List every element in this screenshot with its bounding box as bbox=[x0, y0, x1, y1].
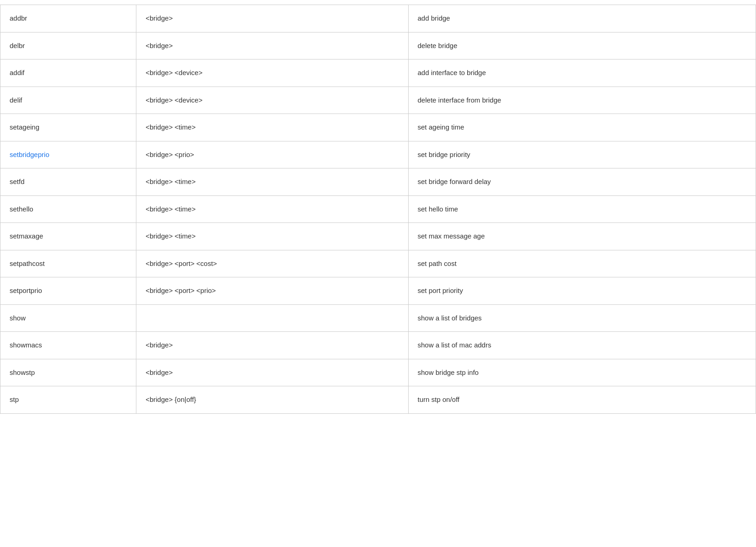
command-cell: setpathcost bbox=[0, 250, 136, 277]
command-table: addbr<bridge>add bridgedelbr<bridge>dele… bbox=[0, 5, 756, 414]
table-row: showshow a list of bridges bbox=[0, 304, 756, 332]
args-cell bbox=[136, 304, 408, 332]
command-cell: showstp bbox=[0, 359, 136, 386]
command-cell: setportprio bbox=[0, 277, 136, 305]
main-container: addbr<bridge>add bridgedelbr<bridge>dele… bbox=[0, 0, 756, 547]
table-row: showstp<bridge>show bridge stp info bbox=[0, 359, 756, 386]
args-cell: <bridge> <port> <prio> bbox=[136, 277, 408, 305]
description-cell: set port priority bbox=[408, 277, 756, 305]
description-cell: set path cost bbox=[408, 250, 756, 277]
table-row: setbridgeprio<bridge> <prio>set bridge p… bbox=[0, 141, 756, 168]
table-row: stp<bridge> {on|off}turn stp on/off bbox=[0, 386, 756, 414]
command-cell: delbr bbox=[0, 32, 136, 60]
table-row: setageing<bridge> <time>set ageing time bbox=[0, 114, 756, 141]
command-cell: stp bbox=[0, 386, 136, 414]
command-cell: show bbox=[0, 304, 136, 332]
table-row: sethello<bridge> <time>set hello time bbox=[0, 195, 756, 223]
table-row: setportprio<bridge> <port> <prio>set por… bbox=[0, 277, 756, 305]
table-row: addif<bridge> <device>add interface to b… bbox=[0, 60, 756, 87]
table-row: setfd<bridge> <time>set bridge forward d… bbox=[0, 168, 756, 196]
description-cell: set bridge priority bbox=[408, 141, 756, 168]
args-cell: <bridge> <device> bbox=[136, 87, 408, 114]
args-cell: <bridge> <time> bbox=[136, 168, 408, 196]
command-cell: delif bbox=[0, 87, 136, 114]
args-cell: <bridge> bbox=[136, 32, 408, 60]
args-cell: <bridge> bbox=[136, 332, 408, 359]
description-cell: show a list of bridges bbox=[408, 304, 756, 332]
args-cell: <bridge> <port> <cost> bbox=[136, 250, 408, 277]
table-row: setmaxage<bridge> <time>set max message … bbox=[0, 223, 756, 250]
description-cell: add interface to bridge bbox=[408, 60, 756, 87]
command-cell: addif bbox=[0, 60, 136, 87]
description-cell: delete interface from bridge bbox=[408, 87, 756, 114]
description-cell: set hello time bbox=[408, 195, 756, 223]
args-cell: <bridge> {on|off} bbox=[136, 386, 408, 414]
args-cell: <bridge> bbox=[136, 359, 408, 386]
table-row: delbr<bridge>delete bridge bbox=[0, 32, 756, 60]
description-cell: set bridge forward delay bbox=[408, 168, 756, 196]
table-row: delif<bridge> <device>delete interface f… bbox=[0, 87, 756, 114]
command-cell: sethello bbox=[0, 195, 136, 223]
description-cell: delete bridge bbox=[408, 32, 756, 60]
command-cell: addbr bbox=[0, 5, 136, 32]
command-cell: setmaxage bbox=[0, 223, 136, 250]
args-cell: <bridge> <time> bbox=[136, 223, 408, 250]
table-row: setpathcost<bridge> <port> <cost>set pat… bbox=[0, 250, 756, 277]
description-cell: show bridge stp info bbox=[408, 359, 756, 386]
table-row: showmacs<bridge>show a list of mac addrs bbox=[0, 332, 756, 359]
description-cell: add bridge bbox=[408, 5, 756, 32]
command-cell: showmacs bbox=[0, 332, 136, 359]
args-cell: <bridge> <prio> bbox=[136, 141, 408, 168]
description-cell: set ageing time bbox=[408, 114, 756, 141]
description-cell: set max message age bbox=[408, 223, 756, 250]
command-cell: setbridgeprio bbox=[0, 141, 136, 168]
description-cell: show a list of mac addrs bbox=[408, 332, 756, 359]
args-cell: <bridge> <time> bbox=[136, 195, 408, 223]
args-cell: <bridge> <time> bbox=[136, 114, 408, 141]
description-cell: turn stp on/off bbox=[408, 386, 756, 414]
args-cell: <bridge> <device> bbox=[136, 60, 408, 87]
command-cell: setageing bbox=[0, 114, 136, 141]
args-cell: <bridge> bbox=[136, 5, 408, 32]
command-cell: setfd bbox=[0, 168, 136, 196]
table-row: addbr<bridge>add bridge bbox=[0, 5, 756, 32]
